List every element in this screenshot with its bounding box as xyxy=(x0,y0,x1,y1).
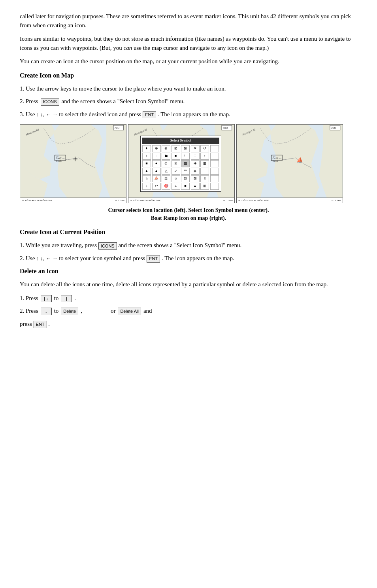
sym-46[interactable]: ▲ xyxy=(191,183,200,190)
sym-17[interactable]: ■ xyxy=(142,160,151,167)
svg-text:700: 700 xyxy=(114,126,120,130)
sym-7[interactable]: ↺ xyxy=(200,145,209,152)
sym-14[interactable]: I xyxy=(191,153,200,160)
sym-5[interactable]: ⊠ xyxy=(181,145,190,152)
sym-45[interactable]: ■ xyxy=(181,183,190,190)
map-figure-left: Carey Creek 700 Municipal Rd N 33°55.481… xyxy=(20,124,126,203)
svg-text:700: 700 xyxy=(331,126,336,130)
sym-33[interactable]: h xyxy=(142,175,151,182)
map2-scale: ↔ 1.5mi xyxy=(223,199,233,203)
section3-step2-key4[interactable]: Delete All xyxy=(118,308,141,315)
section3-step2-or: or xyxy=(111,306,116,316)
section3-step1-prefix: 1. Press xyxy=(20,294,38,303)
sym-2[interactable]: ⊕ xyxy=(152,145,161,152)
section2-step2-arrows: ↑ ↓, ← → xyxy=(36,255,59,261)
step3-middle: to select the desired icon and press xyxy=(59,111,141,117)
map-figure-center: 700 Municipal Rd Select Symbol ✦ ⊕ ⊕ ⊠ ⊠… xyxy=(128,124,235,203)
sym-4[interactable]: ⊠ xyxy=(172,145,180,152)
map2-bottom-bar: N 33°55.481' W 96°42.044' ↔ 1.5mi xyxy=(128,198,234,203)
section3-step2-key[interactable]: ↓ xyxy=(41,308,52,315)
paragraph-1: called later for navigation purposes. Th… xyxy=(20,12,357,30)
sym-13[interactable]: !! xyxy=(181,153,190,160)
section2-step2-prefix: 2. Use xyxy=(20,255,35,261)
sym-11[interactable]: 🖿 xyxy=(162,153,170,160)
section3-press-key[interactable]: ENT xyxy=(34,321,47,328)
svg-text:Carey: Carey xyxy=(56,157,61,159)
sym-22[interactable]: ✚ xyxy=(191,160,200,167)
section3-step2-line2: press ENT . xyxy=(20,320,357,329)
sym-40[interactable] xyxy=(210,175,219,182)
sym-29[interactable]: ᵃᵘ xyxy=(181,168,190,175)
section3-step1-key1[interactable]: | ↓ xyxy=(41,295,52,303)
sym-26[interactable]: ▲ xyxy=(152,168,161,175)
sym-34[interactable]: ⛵ xyxy=(152,175,161,182)
sym-37[interactable]: ⊡ xyxy=(181,175,190,182)
paragraph-3: You can create an icon at the cursor pos… xyxy=(20,57,357,66)
sym-23[interactable]: ▦ xyxy=(200,160,209,167)
figure-caption-line1: Cursor selects icon location (left). Sel… xyxy=(108,207,269,213)
select-symbol-overlay[interactable]: Select Symbol ✦ ⊕ ⊕ ⊠ ⊠ ✕ ↺ ↕ → 🖿 ■ !! I… xyxy=(140,136,221,192)
sym-3[interactable]: ⊕ xyxy=(162,145,170,152)
sym-24[interactable] xyxy=(210,160,219,167)
sym-25[interactable]: ▲ xyxy=(142,168,151,175)
sym-42[interactable]: ↩ xyxy=(152,183,161,190)
p2-italic: can xyxy=(123,45,132,51)
sym-36[interactable]: ☼ xyxy=(172,175,180,182)
sym-35[interactable]: ⚖ xyxy=(162,175,170,182)
section3-step2-key2[interactable]: Delete xyxy=(61,308,78,315)
sym-27[interactable]: △ xyxy=(162,168,170,175)
section1-step3: 3. Use ↑ ↓, ← → to select the desired ic… xyxy=(20,110,357,119)
step3-prefix: 3. Use xyxy=(20,111,35,117)
section3-step2: 2. Press ↓ to Delete , or Delete All and xyxy=(20,306,357,316)
section2-step1-key[interactable]: ICONS xyxy=(98,242,117,250)
sym-28[interactable]: ↙ xyxy=(172,168,180,175)
section3-heading: Delete an Icon xyxy=(20,267,357,276)
sym-41[interactable]: ↓ xyxy=(142,183,151,190)
map1-scale: ↔ 1.5mi xyxy=(115,199,124,203)
step2-suffix: and the screen shows a "Select Icon Symb… xyxy=(62,97,185,106)
symbol-grid[interactable]: ✦ ⊕ ⊕ ⊠ ⊠ ✕ ↺ ↕ → 🖿 ■ !! I ↑ ■ ● ⊙ B xyxy=(142,145,219,190)
sym-16[interactable] xyxy=(210,153,219,160)
section3-step2-prefix: 2. Press xyxy=(20,306,38,316)
section1-heading: Create Icon on Map xyxy=(20,71,357,80)
sym-32[interactable] xyxy=(210,168,219,175)
section2-step1: 1. While you are traveling, press ICONS … xyxy=(20,241,357,250)
sym-10[interactable]: → xyxy=(152,153,161,160)
section2-step2-key[interactable]: ENT xyxy=(147,255,160,263)
sym-9[interactable]: ↕ xyxy=(142,153,151,160)
map3-bottom-bar: N 33°55.370' W 98°41.876' ↔ 1.5mi xyxy=(237,198,343,203)
sym-15[interactable]: ↑ xyxy=(200,153,209,160)
section3-step1: 1. Press | ↓ to | . xyxy=(20,294,357,303)
step3-key[interactable]: ENT xyxy=(143,111,156,119)
section3-step1-suffix: . xyxy=(74,294,76,303)
section3-step2-comma: , xyxy=(81,306,82,316)
section3-step1-key2[interactable]: | xyxy=(61,295,72,303)
sym-48[interactable] xyxy=(210,183,219,190)
sym-38[interactable]: ⊠ xyxy=(191,175,200,182)
sym-43[interactable]: 🎯 xyxy=(162,183,170,190)
sym-1[interactable]: ✦ xyxy=(142,145,151,152)
sym-12[interactable]: ■ xyxy=(172,153,180,160)
step2-key[interactable]: ICONS xyxy=(41,98,59,106)
section3-press-suffix: . xyxy=(48,321,50,327)
figure-caption-line2: Boat Ramp icon on map (right). xyxy=(151,215,226,221)
section3-step1-middle: to xyxy=(54,294,59,303)
sym-21[interactable]: ▦ xyxy=(181,160,190,167)
p2-text-2: use the map cursor and navigate to any i… xyxy=(132,45,269,51)
section3-desc: You can delete all the icons at one time… xyxy=(20,280,357,289)
sym-31[interactable] xyxy=(200,168,209,175)
sym-44[interactable]: 4 xyxy=(172,183,180,190)
map1-coords: N 33°55.481' W 96°42.044' xyxy=(22,199,52,203)
sym-19[interactable]: ⊙ xyxy=(162,160,170,167)
map3-coords: N 33°55.370' W 98°41.876' xyxy=(238,199,269,203)
map2-coords: N 33°55.481' W 96°42.044' xyxy=(130,199,160,203)
sym-8[interactable] xyxy=(210,145,219,152)
sym-47[interactable]: ⊞ xyxy=(200,183,209,190)
svg-text:⛵: ⛵ xyxy=(296,157,303,164)
sym-39[interactable]: ⎍ xyxy=(200,175,209,182)
section2-step2-middle: to select your icon symbol and press xyxy=(59,255,145,261)
sym-20[interactable]: B xyxy=(172,160,180,167)
sym-18[interactable]: ● xyxy=(152,160,161,167)
sym-30[interactable]: ◈ xyxy=(191,168,200,175)
sym-6[interactable]: ✕ xyxy=(191,145,200,152)
